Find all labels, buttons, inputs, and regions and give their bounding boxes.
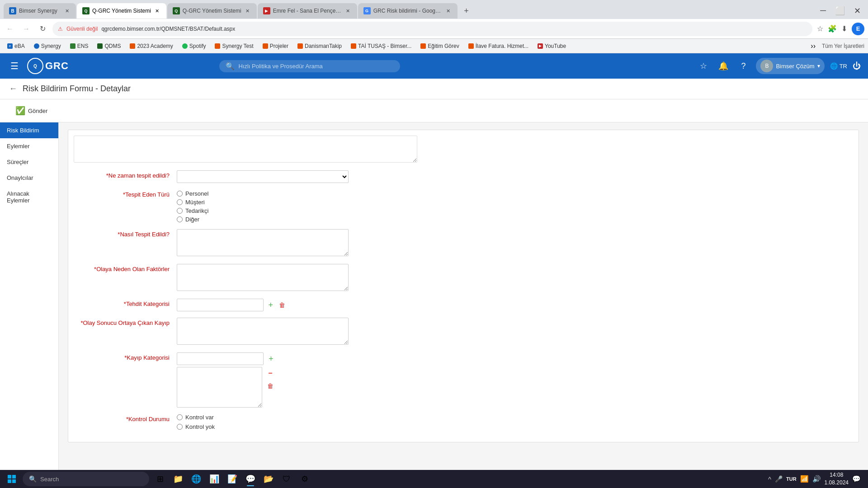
bookmark-ilave[interactable]: İlave Fatura. Hizmet... (465, 42, 532, 50)
sidebar-item-risk-bildirim[interactable]: Risk Bildirim (0, 122, 58, 138)
wifi-icon[interactable]: 📶 (800, 475, 809, 483)
address-input[interactable]: ⚠ Güvenli değil qgrcdemo.bimser.com.tr/Q… (52, 22, 812, 36)
taskbar-app-teams[interactable]: 💬 (242, 471, 259, 487)
control-tehdit-kategorisi: + 🗑 (177, 299, 286, 311)
radio-input-tedarikci[interactable] (177, 208, 183, 214)
bookmark-tai[interactable]: TAİ TUSAŞ - Bimser... (347, 42, 415, 50)
extensions-icon[interactable]: 🧩 (827, 23, 838, 34)
tray-clock[interactable]: 14:08 1.08.2024 (825, 471, 849, 487)
logout-button[interactable]: ⏻ (853, 61, 861, 71)
delete-tehdit-button[interactable]: 🗑 (278, 300, 286, 310)
sidebar-item-onaycilar[interactable]: Onaylcılar (0, 170, 58, 186)
bookmark-projeler[interactable]: Projeler (259, 42, 292, 50)
minimize-button[interactable]: ─ (816, 5, 830, 17)
bookmark-spotify[interactable]: Spotify (179, 42, 210, 50)
mic-icon[interactable]: 🎤 (775, 475, 783, 483)
tab-close-4[interactable]: ✕ (344, 7, 352, 14)
taskbar-app-chrome[interactable]: 🌐 (188, 471, 204, 487)
minus-kayip-button[interactable]: − (265, 368, 276, 379)
bookmark-star-icon[interactable]: ☆ (816, 23, 824, 34)
bookmark-ens[interactable]: ENS (66, 42, 92, 50)
taskbar-app-files[interactable]: 📁 (170, 471, 186, 487)
textarea-nasil-tespit[interactable] (177, 229, 349, 256)
sidebar-item-surecler[interactable]: Süreçler (0, 154, 58, 170)
bookmarks-more-button[interactable]: ›› (808, 41, 818, 51)
forward-nav-button[interactable]: → (20, 23, 33, 35)
sidebar-item-eylemler[interactable]: Eylemler (0, 138, 58, 154)
radio-input-kontrol-yok[interactable] (177, 424, 183, 430)
volume-icon[interactable]: 🔊 (812, 475, 821, 483)
input-kayip-kategorisi[interactable] (177, 352, 264, 365)
bookmark-synergy[interactable]: Synergy (30, 42, 65, 50)
all-bookmarks-label[interactable]: Tüm Yer İşaretleri (822, 43, 864, 49)
tab-google[interactable]: G GRC Risk bildirimi - Google'da ... ✕ (358, 3, 458, 19)
input-tehdit-kategorisi[interactable] (177, 299, 264, 311)
tray-lang-display[interactable]: TUR (786, 476, 797, 482)
bookmark-eba[interactable]: e eBA (4, 42, 28, 50)
profile-button[interactable]: E (852, 23, 864, 35)
tab-bimser-synergy[interactable]: B Bimser Synergy ✕ (4, 3, 76, 19)
reload-button[interactable]: ↻ (36, 23, 49, 35)
back-button[interactable]: ← (9, 84, 17, 94)
send-button[interactable]: ✅ Gönder (9, 103, 54, 118)
user-menu-button[interactable]: B Bimser Çözüm ▾ (756, 58, 824, 74)
radio-input-diger[interactable] (177, 216, 183, 222)
help-button[interactable]: ? (736, 59, 750, 73)
restore-button[interactable]: ⬜ (831, 5, 849, 17)
taskbar-app-widgets[interactable]: ⊞ (152, 471, 168, 487)
radio-personel[interactable]: Personel (177, 190, 349, 197)
tab-close-3[interactable]: ✕ (244, 7, 251, 14)
new-tab-button[interactable]: + (460, 5, 473, 17)
textarea-kayip-kategorisi[interactable] (177, 367, 262, 408)
app-search-bar[interactable]: 🔍 (219, 60, 400, 72)
taskbar-search[interactable]: 🔍 Search (23, 472, 149, 486)
taskbar-apps: ⊞ 📁 🌐 📊 📝 💬 📂 🛡 ⚙ (152, 471, 765, 487)
language-button[interactable]: 🌐 TR (830, 62, 847, 70)
tab-close-2[interactable]: ✕ (154, 7, 161, 14)
add-tehdit-button[interactable]: + (266, 300, 275, 310)
close-button[interactable]: ✕ (850, 5, 864, 17)
taskbar-app-word[interactable]: 📝 (224, 471, 241, 487)
radio-input-musteri[interactable] (177, 199, 183, 205)
bookmark-danisman[interactable]: DanismanTakip (294, 42, 345, 50)
back-nav-button[interactable]: ← (4, 23, 16, 35)
notification-tray-icon[interactable]: 💬 (852, 475, 861, 483)
tab-youtube[interactable]: ▶ Emre Fel - Sana El Pençe Durm... ✕ (258, 3, 357, 19)
bookmark-youtube[interactable]: ▶ YouTube (534, 42, 570, 50)
tab-close-1[interactable]: ✕ (63, 7, 71, 14)
tab-qgrc-2[interactable]: Q Q-GRC Yönetim Sistemi ✕ (167, 3, 257, 19)
address-bar-actions: ☆ 🧩 ⬇ (816, 23, 848, 34)
taskbar-app-excel[interactable]: 📊 (206, 471, 222, 487)
bookmark-qdms[interactable]: QDMS (94, 42, 124, 50)
taskbar-app-security[interactable]: 🛡 (278, 471, 295, 487)
radio-kontrol-var[interactable]: Kontrol var (177, 414, 349, 421)
favorite-button[interactable]: ☆ (696, 59, 711, 73)
bookmark-egitim[interactable]: Eğitim Görev (417, 42, 462, 50)
textarea-olaya-neden[interactable] (177, 264, 349, 291)
bookmark-academy[interactable]: 2023 Academy (126, 42, 176, 50)
radio-tedarikci[interactable]: Tedarikçi (177, 207, 349, 214)
taskbar-app-folder[interactable]: 📂 (260, 471, 277, 487)
tray-chevron-icon[interactable]: ^ (768, 475, 771, 483)
delete-kayip-button[interactable]: 🗑 (265, 380, 276, 391)
add-kayip-button[interactable]: + (266, 353, 276, 364)
tab-qgrc-active[interactable]: Q Q-GRC Yönetim Sistemi ✕ (77, 3, 166, 19)
tab-close-5[interactable]: ✕ (445, 7, 452, 14)
radio-musteri[interactable]: Müşteri (177, 199, 349, 206)
app-menu-button[interactable]: ☰ (7, 59, 22, 73)
bookmark-synergy-test[interactable]: Synergy Test (211, 42, 257, 50)
notification-button[interactable]: 🔔 (716, 59, 731, 73)
radio-input-personel[interactable] (177, 191, 183, 197)
taskbar-app-settings[interactable]: ⚙ (297, 471, 313, 487)
radio-diger[interactable]: Diğer (177, 216, 349, 223)
top-textarea[interactable] (74, 136, 417, 163)
radio-input-kontrol-var[interactable] (177, 414, 183, 420)
settings-icon: ⚙ (301, 474, 308, 484)
search-input[interactable] (238, 63, 394, 70)
select-ne-zaman[interactable] (177, 170, 349, 183)
radio-kontrol-yok[interactable]: Kontrol yok (177, 423, 349, 430)
sidebar-item-alinacak-eylemler[interactable]: Alınacak Eylemler (0, 186, 58, 208)
download-icon[interactable]: ⬇ (840, 23, 848, 34)
start-button[interactable] (4, 471, 20, 487)
textarea-olay-sonucu[interactable] (177, 318, 349, 345)
